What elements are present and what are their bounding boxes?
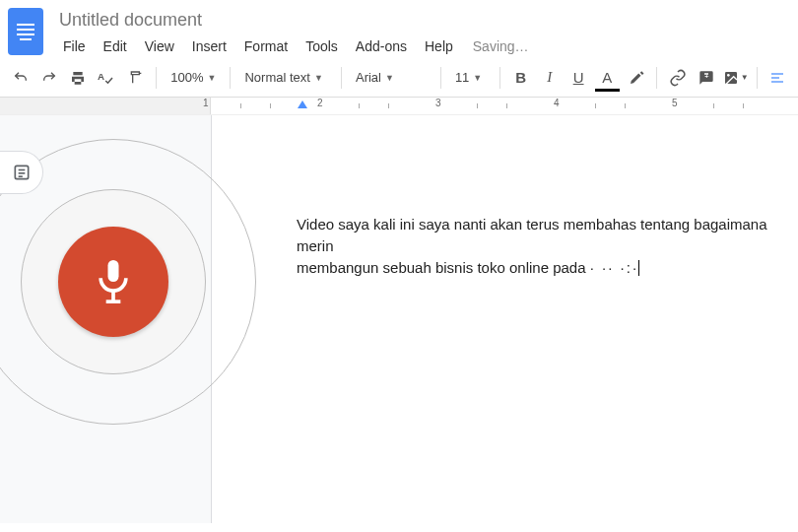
text-color-button[interactable]: A <box>595 65 620 91</box>
document-page[interactable]: Video saya kali ini saya nanti akan teru… <box>211 115 798 523</box>
zoom-select[interactable]: 100% ▼ <box>165 65 222 91</box>
header-bar: Untitled document File Edit View Insert … <box>0 0 798 58</box>
undo-button[interactable] <box>8 65 33 91</box>
ruler-mark: 5 <box>672 98 678 108</box>
redo-button[interactable] <box>36 65 61 91</box>
indent-marker-icon[interactable] <box>298 100 307 108</box>
highlight-button[interactable] <box>624 65 648 91</box>
font-select[interactable]: Arial ▼ <box>350 65 432 91</box>
print-button[interactable] <box>66 65 91 91</box>
toolbar: A 100% ▼ Normal text ▼ Arial ▼ 11 ▼ B I … <box>0 58 798 98</box>
underline-button[interactable]: U <box>565 65 590 91</box>
ruler[interactable]: 1 2 3 4 5 <box>0 98 798 115</box>
menu-help[interactable]: Help <box>417 34 461 58</box>
microphone-button[interactable] <box>58 227 168 337</box>
insert-link-button[interactable] <box>665 65 690 91</box>
insert-comment-button[interactable]: + <box>695 65 719 91</box>
chevron-down-icon: ▼ <box>208 73 217 83</box>
left-margin-zone <box>0 115 211 523</box>
svg-point-3 <box>727 74 730 77</box>
font-size-value: 11 <box>455 70 469 85</box>
paint-format-button[interactable] <box>123 65 148 91</box>
docs-app-icon[interactable] <box>8 8 43 55</box>
microphone-icon <box>92 256 135 307</box>
document-body[interactable]: Video saya kali ini saya nanti akan teru… <box>297 214 789 279</box>
svg-text:A: A <box>98 70 104 81</box>
font-size-select[interactable]: 11 ▼ <box>449 65 492 91</box>
text-line: Video saya kali ini saya nanti akan teru… <box>297 216 767 254</box>
zoom-value: 100% <box>170 70 203 85</box>
text-cursor <box>638 260 639 276</box>
bold-button[interactable]: B <box>508 65 533 91</box>
paragraph-style-select[interactable]: Normal text ▼ <box>238 65 333 91</box>
menu-bar: File Edit View Insert Format Tools Add-o… <box>55 34 529 58</box>
chevron-down-icon: ▼ <box>473 73 482 83</box>
spellcheck-button[interactable]: A <box>95 65 119 91</box>
menu-edit[interactable]: Edit <box>96 34 135 58</box>
menu-file[interactable]: File <box>55 34 94 58</box>
outline-toggle-button[interactable] <box>0 151 43 194</box>
svg-rect-11 <box>108 260 119 282</box>
align-button[interactable] <box>765 65 790 91</box>
save-status: Saving… <box>473 38 529 54</box>
outline-icon <box>12 163 32 182</box>
svg-text:+: + <box>704 71 709 80</box>
italic-button[interactable]: I <box>537 65 562 91</box>
style-value: Normal text <box>244 70 309 85</box>
menu-addons[interactable]: Add-ons <box>348 34 415 58</box>
chevron-down-icon: ▼ <box>741 73 749 82</box>
insert-image-button[interactable]: ▼ <box>723 65 749 91</box>
interim-speech-dots: · ·· ·:· <box>590 259 638 276</box>
menu-tools[interactable]: Tools <box>298 34 346 58</box>
ruler-mark: 2 <box>317 98 323 108</box>
document-title[interactable]: Untitled document <box>55 8 529 33</box>
ruler-mark: 4 <box>554 98 560 108</box>
menu-insert[interactable]: Insert <box>184 34 234 58</box>
text-line: membangun sebuah bisnis toko online pada <box>297 259 590 276</box>
font-value: Arial <box>356 70 381 85</box>
ruler-mark: 1 <box>203 98 209 108</box>
menu-format[interactable]: Format <box>236 34 296 58</box>
chevron-down-icon: ▼ <box>314 73 323 83</box>
chevron-down-icon: ▼ <box>385 73 394 83</box>
ruler-mark: 3 <box>435 98 441 108</box>
workspace: Video saya kali ini saya nanti akan teru… <box>0 115 798 523</box>
menu-view[interactable]: View <box>137 34 182 58</box>
